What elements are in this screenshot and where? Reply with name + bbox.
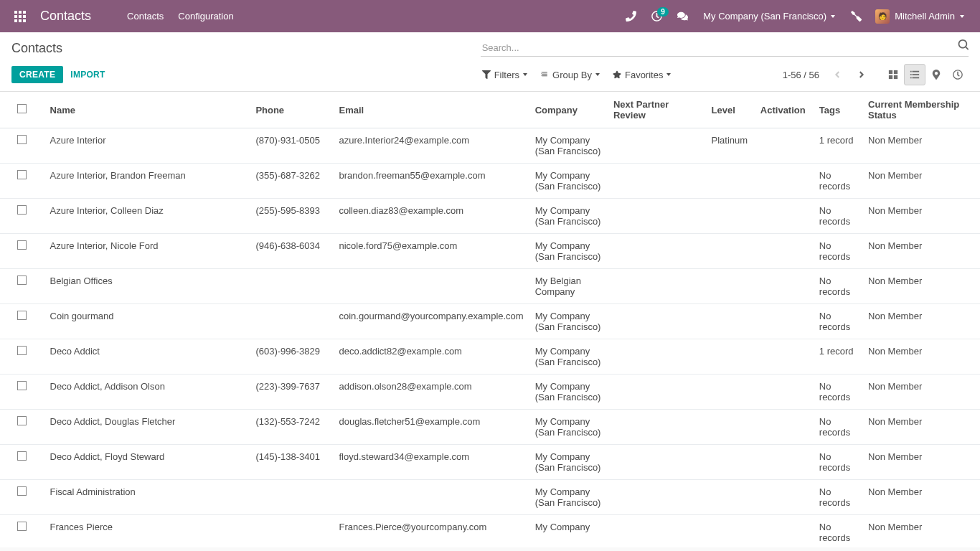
column-phone[interactable]: Phone	[250, 92, 333, 128]
phone-icon[interactable]	[618, 0, 643, 32]
favorites-label: Favorites	[625, 70, 663, 80]
pager-prev-button[interactable]	[828, 65, 847, 85]
cell-membership: Non Member	[862, 128, 980, 164]
chat-icon[interactable]	[670, 0, 694, 32]
filters-button[interactable]: Filters	[481, 67, 529, 83]
view-activity-button[interactable]	[947, 64, 969, 85]
table-row[interactable]: Frances Pierce Frances.Pierce@yourcompan…	[0, 515, 980, 548]
view-list-button[interactable]	[904, 64, 925, 85]
favorites-button[interactable]: Favorites	[611, 67, 672, 83]
row-checkbox[interactable]	[17, 522, 27, 531]
column-email[interactable]: Email	[333, 92, 529, 128]
pager-next-button[interactable]	[852, 65, 871, 85]
apps-icon[interactable]	[10, 11, 30, 22]
user-name: Mitchell Admin	[895, 11, 955, 22]
cell-phone	[250, 304, 333, 339]
cell-review	[608, 164, 706, 199]
table-row[interactable]: Fiscal Administration My Company (San Fr…	[0, 480, 980, 515]
cell-phone: (145)-138-3401	[250, 445, 333, 480]
cell-tags: No records	[814, 480, 862, 515]
create-button[interactable]: CREATE	[11, 66, 63, 83]
cell-review	[608, 128, 706, 164]
table-row[interactable]: Deco Addict, Douglas Fletcher (132)-553-…	[0, 410, 980, 445]
svg-rect-11	[889, 75, 892, 79]
table-row[interactable]: Azure Interior, Brandon Freeman (355)-68…	[0, 164, 980, 199]
cell-membership: Non Member	[862, 515, 980, 548]
table-row[interactable]: Azure Interior (870)-931-0505 azure.Inte…	[0, 128, 980, 164]
column-level[interactable]: Level	[706, 92, 755, 128]
row-checkbox[interactable]	[17, 170, 27, 179]
row-checkbox[interactable]	[17, 135, 27, 144]
cell-phone: (870)-931-0505	[250, 128, 333, 164]
groupby-button[interactable]: Group By	[539, 67, 601, 83]
cell-review	[608, 234, 706, 269]
breadcrumb: Contacts	[11, 41, 481, 56]
cell-name: Frances Pierce	[44, 515, 250, 548]
cell-activation	[755, 164, 814, 199]
table-row[interactable]: Deco Addict, Floyd Steward (145)-138-340…	[0, 445, 980, 480]
app-brand[interactable]: Contacts	[40, 9, 91, 24]
cell-email: brandon.freeman55@example.com	[333, 164, 529, 199]
row-checkbox[interactable]	[17, 346, 27, 355]
cell-email: coin.gourmand@yourcompany.example.com	[333, 304, 529, 339]
row-checkbox[interactable]	[17, 416, 27, 425]
column-company[interactable]: Company	[529, 92, 608, 128]
row-checkbox[interactable]	[17, 276, 27, 285]
search-input[interactable]	[481, 39, 969, 57]
debug-icon[interactable]	[844, 0, 868, 32]
cell-activation	[755, 234, 814, 269]
groupby-label: Group By	[552, 70, 592, 80]
cell-company: My Company (San Francisco)	[529, 339, 608, 375]
table-scroll[interactable]: Name Phone Email Company Next Partner Re…	[0, 92, 980, 547]
cell-review	[608, 269, 706, 304]
cell-email: floyd.steward34@example.com	[333, 445, 529, 480]
cell-membership: Non Member	[862, 269, 980, 304]
column-name[interactable]: Name	[44, 92, 250, 128]
cell-membership: Non Member	[862, 199, 980, 234]
row-checkbox[interactable]	[17, 240, 27, 250]
import-button[interactable]: IMPORT	[70, 70, 105, 80]
column-membership[interactable]: Current Membership Status	[862, 92, 980, 128]
menu-configuration[interactable]: Configuration	[171, 0, 240, 32]
cell-membership: Non Member	[862, 164, 980, 199]
user-menu[interactable]: 🧑 Mitchell Admin	[870, 9, 970, 24]
row-checkbox[interactable]	[17, 451, 27, 461]
column-activation[interactable]: Activation	[755, 92, 814, 128]
view-kanban-button[interactable]	[882, 64, 904, 85]
cell-email: deco.addict82@example.com	[333, 339, 529, 375]
view-map-button[interactable]	[925, 64, 947, 85]
cell-membership: Non Member	[862, 480, 980, 515]
table-row[interactable]: Azure Interior, Nicole Ford (946)-638-60…	[0, 234, 980, 269]
table-row[interactable]: Coin gourmand coin.gourmand@yourcompany.…	[0, 304, 980, 339]
cell-review	[608, 375, 706, 410]
row-checkbox[interactable]	[17, 486, 27, 496]
cell-name: Azure Interior	[44, 128, 250, 164]
company-switcher[interactable]: My Company (San Francisco)	[696, 11, 842, 22]
search-view	[481, 39, 969, 57]
caret-down-icon	[523, 73, 527, 76]
select-all-checkbox[interactable]	[17, 104, 27, 113]
activity-icon[interactable]: 9	[644, 0, 669, 32]
cell-tags: No records	[814, 515, 862, 548]
row-checkbox[interactable]	[17, 311, 27, 320]
cell-email: Frances.Pierce@yourcompany.com	[333, 515, 529, 548]
table-row[interactable]: Deco Addict, Addison Olson (223)-399-763…	[0, 375, 980, 410]
cell-name: Belgian Offices	[44, 269, 250, 304]
row-checkbox[interactable]	[17, 381, 27, 390]
cell-activation	[755, 199, 814, 234]
table-row[interactable]: Azure Interior, Colleen Diaz (255)-595-8…	[0, 199, 980, 234]
table-row[interactable]: Belgian Offices My Belgian Company No re…	[0, 269, 980, 304]
svg-rect-6	[14, 19, 17, 22]
column-review[interactable]: Next Partner Review	[608, 92, 706, 128]
row-checkbox[interactable]	[17, 205, 27, 215]
user-avatar-icon: 🧑	[875, 9, 890, 24]
cell-activation	[755, 515, 814, 548]
column-tags[interactable]: Tags	[814, 92, 862, 128]
cell-company: My Company (San Francisco)	[529, 164, 608, 199]
search-icon[interactable]	[958, 39, 969, 52]
cell-activation	[755, 480, 814, 515]
menu-contacts[interactable]: Contacts	[120, 0, 171, 32]
cell-tags: No records	[814, 234, 862, 269]
pager-text[interactable]: 1-56 / 56	[783, 70, 819, 80]
table-row[interactable]: Deco Addict (603)-996-3829 deco.addict82…	[0, 339, 980, 375]
